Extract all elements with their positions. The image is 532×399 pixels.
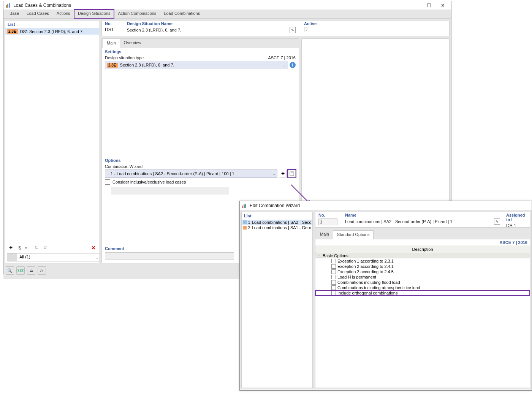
settings-title: Settings [102, 48, 299, 55]
svg-rect-2 [9, 3, 10, 8]
list-header: List [5, 21, 99, 28]
app-icon [241, 203, 247, 209]
option-checkbox[interactable] [331, 291, 336, 295]
inner-tab-main[interactable]: Main [103, 39, 120, 48]
item-num: 2 [248, 225, 250, 230]
inclusive-exclusive-label: Consider inclusive/exclusive load cases [112, 180, 186, 184]
option-checkbox[interactable] [331, 275, 336, 279]
delete-icon[interactable]: ✕ [90, 244, 97, 252]
tree-option[interactable]: Exception 1 according to 2.3.1 [315, 258, 530, 264]
new-wizard-icon[interactable]: ✚ [279, 170, 287, 177]
tree-option[interactable]: Include orthogonal combinations [315, 290, 530, 296]
svg-rect-4 [291, 173, 293, 173]
list-item[interactable]: 2.3E DS1 Section 2.3 (LRFD), 6. and 7. [5, 28, 99, 35]
sec-edit-name-icon[interactable]: ✎ [494, 218, 500, 225]
header-panel: No. DS1 Design Situation Name Section 2.… [101, 20, 450, 36]
option-checkbox[interactable] [331, 269, 336, 274]
active-checkbox[interactable]: ✓ [304, 27, 309, 32]
tab-action-combinations[interactable]: Action Combinations [114, 10, 160, 18]
sec-mid-panel: MainStandard Options ASCE 7 | 2016 Descr… [315, 230, 530, 388]
option-label: Combinations including atmospheric ice l… [337, 285, 420, 290]
tool-person-icon[interactable]: ⛰ [27, 266, 35, 275]
tree-option[interactable]: Combinations including flood load [315, 280, 530, 285]
sec-assigned-label: Assigned to I [506, 213, 527, 222]
item-badge: 2.3E [7, 29, 18, 34]
item-text: Load combinations | SA2 - Second-or [252, 220, 311, 225]
tree-option[interactable]: Combinations including atmospheric ice l… [315, 285, 530, 290]
new-icon[interactable]: ✚ [7, 244, 14, 252]
color-swatch [243, 220, 247, 224]
sec-inner-tab-standard-options[interactable]: Standard Options [333, 230, 374, 239]
sec-standard-label: ASCE 7 | 2016 [315, 239, 530, 246]
option-label: Load H is permanent [337, 275, 376, 279]
tab-base[interactable]: Base [6, 10, 23, 18]
sec-name-value: Load combinations | SA2 - Second-order (… [345, 219, 453, 224]
sec-inner-tab-main[interactable]: Main [316, 230, 333, 239]
design-situation-type-combo[interactable]: 2.3E Section 2.3 (LRFD), 6. and 7. ⌄ [105, 61, 288, 69]
option-label: Exception 2 according to 2.4.1 [337, 264, 394, 269]
option-label: Include orthogonal combinations [337, 291, 397, 295]
tree-option[interactable]: Load H is permanent [315, 274, 530, 280]
tool-units-icon[interactable]: 0.00 [16, 266, 25, 275]
group-label: Basic Options [323, 253, 348, 258]
maximize-button[interactable]: ☐ [422, 1, 436, 10]
secondary-window: Edit Combination Wizard List 1Load combi… [239, 201, 532, 391]
combo-badge: 2.3E [107, 63, 118, 68]
tree-option[interactable]: Exception 2 according to 2.4.5 [315, 269, 530, 274]
tab-load-cases[interactable]: Load Cases [23, 10, 53, 18]
left-list-panel: List 2.3E DS1 Section 2.3 (LRFD), 6. and… [5, 20, 99, 263]
options-title: Options [102, 157, 299, 163]
sort-asc-icon[interactable]: ⇅ [32, 244, 40, 252]
comment-input[interactable] [105, 252, 234, 260]
secondary-title: Edit Combination Wizard [250, 203, 530, 208]
edit-wizard-icon[interactable] [288, 170, 296, 177]
inner-tab-overview[interactable]: Overview [120, 39, 145, 48]
copy-icon[interactable]: ⎘ [16, 244, 24, 252]
description-header: Description [315, 246, 530, 253]
option-checkbox[interactable] [331, 280, 336, 285]
sec-header-panel: No. Name Load combinations | SA2 - Secon… [315, 212, 530, 228]
svg-rect-7 [244, 204, 245, 208]
no-label: No. [105, 21, 121, 26]
combo-wizard-label: Combination Wizard [105, 164, 296, 169]
collapse-icon[interactable]: − [317, 254, 321, 258]
sec-inner-tabs: MainStandard Options [315, 230, 530, 239]
edit-name-icon[interactable]: ✎ [290, 27, 296, 33]
combo-wizard-value: 1 - Load combinations | SA2 - Second-ord… [111, 171, 234, 176]
tree-group-basic-options[interactable]: − Basic Options [315, 253, 530, 258]
option-checkbox[interactable] [331, 285, 336, 290]
combo-text: Section 2.3 (LRFD), 6. and 7. [120, 63, 174, 67]
item-num: 1 [248, 220, 250, 225]
option-checkbox[interactable] [331, 259, 336, 263]
sec-no-input[interactable] [318, 218, 337, 225]
combination-wizard-combo[interactable]: 1 - Load combinations | SA2 - Second-ord… [105, 169, 277, 178]
no-value: DS1 [105, 26, 121, 32]
inclusive-exclusive-checkbox[interactable] [105, 179, 110, 185]
tree-option[interactable]: Exception 2 according to 2.4.1 [315, 264, 530, 269]
tab-actions[interactable]: Actions [53, 10, 74, 18]
sec-assigned-value: DS 1 [506, 222, 527, 228]
svg-rect-1 [7, 4, 8, 8]
filter-combo[interactable]: All (1) ⌄ [7, 253, 100, 261]
option-checkbox[interactable] [331, 264, 336, 269]
minimize-button[interactable]: — [408, 1, 422, 10]
tab-design-situations[interactable]: Design Situations [74, 10, 114, 18]
main-tabs: BaseLoad CasesActionsDesign SituationsAc… [3, 10, 451, 19]
tool-function-icon[interactable]: fx [38, 266, 46, 275]
active-label: Active [304, 21, 446, 26]
app-icon [5, 2, 11, 8]
item-text: DS1 Section 2.3 (LRFD), 6. and 7. [20, 29, 84, 34]
info-icon[interactable]: i [290, 62, 296, 68]
tab-load-combinations[interactable]: Load Combinations [160, 10, 204, 18]
option-label: Combinations including flood load [337, 280, 400, 285]
tool-magnify-icon[interactable]: 🔍 [6, 266, 14, 275]
sec-list-item[interactable]: 2Load combinations | SA1 - Geometric [242, 225, 312, 230]
option-label: Exception 2 according to 2.4.5 [337, 269, 394, 274]
sort-desc-icon[interactable]: ⇵ [41, 244, 49, 252]
titlebar: Load Cases & Combinations — ☐ ✕ [3, 1, 451, 10]
svg-rect-6 [242, 206, 243, 208]
close-button[interactable]: ✕ [436, 1, 450, 10]
sec-list-item[interactable]: 1Load combinations | SA2 - Second-or [242, 220, 312, 225]
name-value: Section 2.3 (LRFD), 6. and 7. [127, 28, 181, 32]
inner-tabs: MainOverview [102, 39, 299, 48]
